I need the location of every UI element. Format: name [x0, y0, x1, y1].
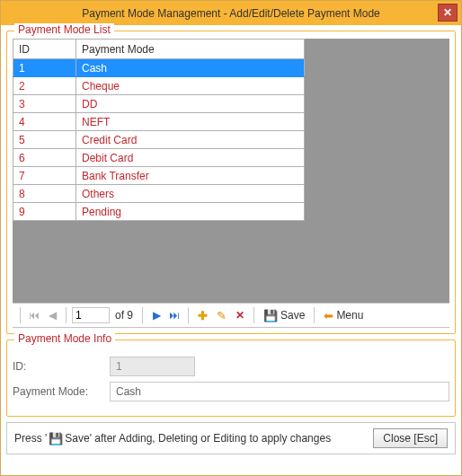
- col-header-id[interactable]: ID: [13, 40, 76, 59]
- nav-prev-button[interactable]: ◀: [44, 307, 60, 323]
- add-button[interactable]: ✚: [194, 306, 211, 324]
- payment-mode-field[interactable]: [110, 382, 449, 401]
- mode-label: Payment Mode:: [13, 385, 110, 398]
- table-row[interactable]: 6Debit Card: [13, 149, 305, 167]
- info-legend: Payment Mode Info: [14, 332, 115, 345]
- title-bar: Payment Mode Management - Add/Edit/Delet…: [1, 1, 461, 25]
- footer-hint: Press ' 💾 Save' after Adding, Deleting o…: [14, 432, 331, 445]
- id-label: ID:: [13, 360, 110, 373]
- table-row[interactable]: 2Cheque: [13, 77, 305, 95]
- close-icon: ✕: [443, 6, 452, 19]
- cell-id: 6: [13, 149, 76, 167]
- menu-label: Menu: [336, 309, 363, 322]
- close-esc-button[interactable]: Close [Esc]: [373, 428, 448, 448]
- table-row[interactable]: 9Pending: [13, 203, 305, 221]
- pencil-icon: ✎: [217, 309, 227, 322]
- table-row[interactable]: 3DD: [13, 95, 305, 113]
- floppy-icon: 💾: [263, 309, 278, 322]
- save-button[interactable]: 💾 Save: [260, 306, 308, 324]
- cell-id: 5: [13, 131, 76, 149]
- table-row[interactable]: 4NEFT: [13, 113, 305, 131]
- cell-id: 9: [13, 203, 76, 221]
- col-header-mode[interactable]: Payment Mode: [76, 40, 305, 59]
- nav-first-button[interactable]: ⏮: [26, 307, 42, 323]
- menu-button[interactable]: ⬅ Menu: [320, 306, 367, 324]
- table-row[interactable]: 8Others: [13, 185, 305, 203]
- edit-button[interactable]: ✎: [213, 306, 230, 324]
- list-legend: Payment Mode List: [14, 23, 114, 36]
- delete-button[interactable]: ✕: [232, 306, 248, 324]
- cell-mode: Others: [76, 185, 305, 203]
- id-field: [110, 357, 195, 376]
- footer-bar: Press ' 💾 Save' after Adding, Deleting o…: [6, 422, 456, 454]
- save-label: Save: [280, 309, 305, 322]
- chevron-first-icon: ⏮: [29, 309, 40, 322]
- cell-mode: Cheque: [76, 77, 305, 95]
- nav-last-button[interactable]: ⏭: [166, 307, 182, 323]
- chevron-right-icon: ▶: [153, 309, 161, 322]
- cell-id: 2: [13, 77, 76, 95]
- chevron-left-icon: ◀: [49, 309, 57, 322]
- delete-icon: ✕: [235, 309, 244, 322]
- chevron-last-icon: ⏭: [169, 309, 180, 322]
- table-row[interactable]: 7Bank Transfer: [13, 167, 305, 185]
- cell-id: 7: [13, 167, 76, 185]
- grid-area: ID Payment Mode 1Cash2Cheque3DD4NEFT5Cre…: [13, 39, 449, 303]
- payment-mode-info-group: Payment Mode Info ID: Payment Mode:: [6, 339, 456, 417]
- cell-mode: NEFT: [76, 113, 305, 131]
- floppy-icon: 💾: [49, 432, 63, 445]
- record-navigator: ⏮ ◀ of 9 ▶ ⏭ ✚ ✎ ✕ 💾 Save ⬅ Menu: [13, 303, 449, 328]
- cell-id: 1: [13, 59, 76, 77]
- nav-next-button[interactable]: ▶: [148, 307, 164, 323]
- payment-mode-table[interactable]: ID Payment Mode 1Cash2Cheque3DD4NEFT5Cre…: [13, 39, 305, 221]
- cell-mode: Credit Card: [76, 131, 305, 149]
- cell-id: 4: [13, 113, 76, 131]
- window-title: Payment Mode Management - Add/Edit/Delet…: [82, 7, 380, 20]
- cell-mode: Pending: [76, 203, 305, 221]
- table-row[interactable]: 5Credit Card: [13, 131, 305, 149]
- cell-mode: Bank Transfer: [76, 167, 305, 185]
- cell-mode: DD: [76, 95, 305, 113]
- cell-mode: Cash: [76, 59, 305, 77]
- nav-page-input[interactable]: [72, 307, 110, 323]
- cell-id: 8: [13, 185, 76, 203]
- plus-icon: ✚: [198, 309, 208, 322]
- close-button[interactable]: ✕: [438, 4, 458, 22]
- back-arrow-icon: ⬅: [324, 309, 333, 322]
- cell-id: 3: [13, 95, 76, 113]
- nav-of-text: of 9: [115, 309, 133, 322]
- table-row[interactable]: 1Cash: [13, 59, 305, 77]
- payment-mode-list-group: Payment Mode List ID Payment Mode 1Cash2…: [6, 31, 456, 334]
- cell-mode: Debit Card: [76, 149, 305, 167]
